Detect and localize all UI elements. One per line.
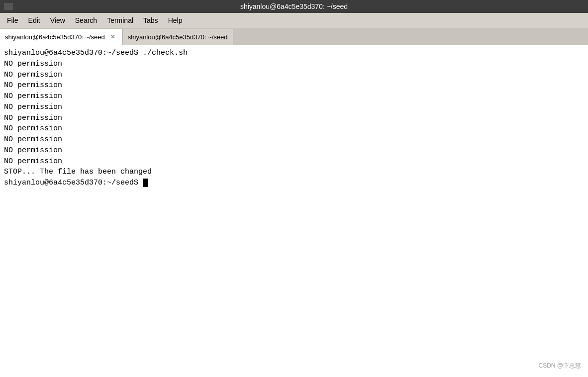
terminal-line-10: NO permission: [4, 156, 584, 167]
menu-item-terminal[interactable]: Terminal: [102, 14, 138, 26]
terminal-window: shiyanlou@6a4c5e35d370: ~/seed FileEditV…: [0, 0, 588, 377]
terminal-body[interactable]: shiyanlou@6a4c5e35d370:~/seed$ ./check.s…: [0, 45, 588, 377]
terminal-prompt[interactable]: shiyanlou@6a4c5e35d370:~/seed$: [4, 178, 584, 188]
watermark: CSDN @卞忠慧: [538, 362, 581, 370]
title-bar: shiyanlou@6a4c5e35d370: ~/seed: [0, 0, 588, 13]
terminal-line-2: NO permission: [4, 70, 584, 81]
menu-item-tabs[interactable]: Tabs: [138, 14, 163, 26]
window-icon: [4, 3, 13, 10]
tab-tab2[interactable]: shiyanlou@6a4c5e35d370: ~/seed: [122, 28, 233, 45]
menu-item-search[interactable]: Search: [70, 14, 102, 26]
menu-item-view[interactable]: View: [45, 14, 70, 26]
terminal-line-9: NO permission: [4, 145, 584, 156]
menu-item-help[interactable]: Help: [163, 14, 188, 26]
terminal-line-8: NO permission: [4, 134, 584, 145]
tab-title-tab2: shiyanlou@6a4c5e35d370: ~/seed: [128, 33, 228, 41]
tab-close-tab1[interactable]: ✕: [109, 33, 117, 41]
terminal-line-1: NO permission: [4, 59, 584, 70]
terminal-cursor: [143, 179, 148, 187]
tab-tab1[interactable]: shiyanlou@6a4c5e35d370: ~/seed✕: [0, 28, 122, 45]
terminal-line-4: NO permission: [4, 91, 584, 102]
terminal-line-3: NO permission: [4, 80, 584, 91]
window-title: shiyanlou@6a4c5e35d370: ~/seed: [240, 2, 348, 10]
menu-item-file[interactable]: File: [2, 14, 23, 26]
terminal-line-0: shiyanlou@6a4c5e35d370:~/seed$ ./check.s…: [4, 48, 584, 59]
terminal-line-7: NO permission: [4, 123, 584, 134]
tab-bar: shiyanlou@6a4c5e35d370: ~/seed✕shiyanlou…: [0, 28, 588, 45]
terminal-line-5: NO permission: [4, 102, 584, 113]
terminal-line-6: NO permission: [4, 113, 584, 124]
menu-bar: FileEditViewSearchTerminalTabsHelp: [0, 13, 588, 28]
menu-item-edit[interactable]: Edit: [23, 14, 45, 26]
tab-title-tab1: shiyanlou@6a4c5e35d370: ~/seed: [5, 33, 105, 41]
terminal-line-11: STOP... The file has been changed: [4, 167, 584, 178]
